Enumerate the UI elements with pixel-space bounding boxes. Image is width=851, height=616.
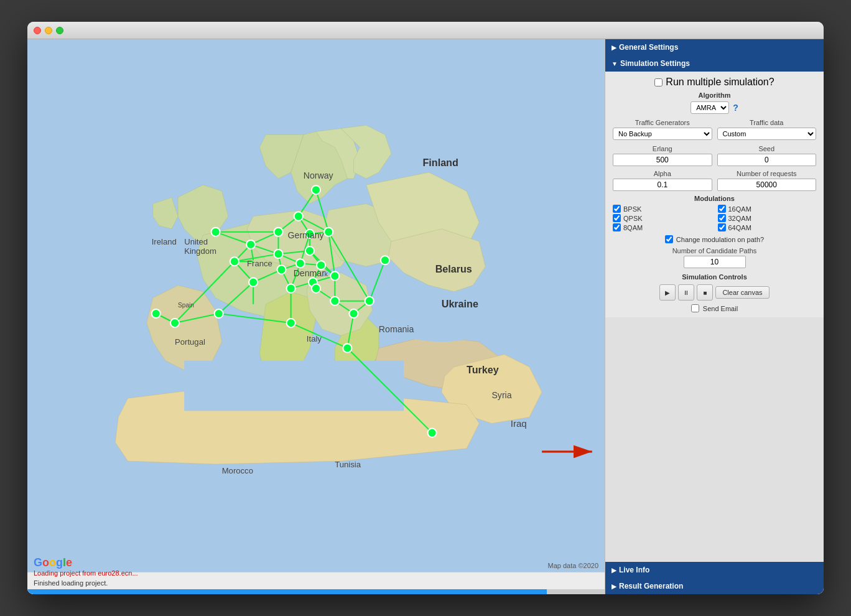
candidate-paths-input[interactable]: 10 [684, 256, 746, 268]
erlang-input[interactable]: 500 [613, 154, 712, 166]
svg-marker-18 [115, 386, 479, 464]
node-vienna [317, 261, 325, 269]
svg-line-26 [299, 217, 328, 232]
algorithm-select[interactable]: AMRA RSA RMSA [691, 101, 729, 114]
node-prague [305, 246, 314, 255]
mod-bpsk: BPSK [613, 205, 712, 213]
maximize-button[interactable] [56, 27, 63, 34]
simulation-settings-header[interactable]: ▼ Simulation Settings [605, 55, 824, 72]
node-berlin2 [274, 228, 282, 236]
help-button[interactable]: ? [733, 103, 738, 113]
svg-line-59 [313, 276, 335, 282]
svg-text:Morocco: Morocco [222, 466, 253, 475]
svg-line-34 [175, 261, 235, 323]
svg-line-27 [216, 232, 251, 245]
status-line1: Loading project from euro28.ecn... [34, 568, 138, 579]
google-o1: o [42, 556, 49, 569]
svg-line-50 [313, 265, 321, 282]
svg-marker-7 [147, 286, 222, 373]
mod-8qam-check[interactable] [613, 223, 621, 231]
node-paris [230, 257, 239, 266]
node-munich [296, 259, 305, 268]
svg-marker-13 [325, 203, 404, 266]
svg-line-70 [219, 282, 253, 314]
map-area[interactable]: Finland Norway Denmark United Kingdom Ir… [27, 39, 605, 594]
svg-line-30 [251, 245, 253, 260]
svg-text:Denmark: Denmark [294, 268, 328, 278]
node-budapest [330, 271, 339, 280]
stop-button[interactable]: ■ [697, 284, 713, 301]
mod-bpsk-check[interactable] [613, 205, 621, 213]
result-generation-label: Result Generation [619, 582, 683, 590]
live-info-header[interactable]: ▶ Live Info [605, 562, 824, 578]
result-generation-header[interactable]: ▶ Result Generation [605, 578, 824, 594]
traffic-lights [34, 27, 63, 34]
clear-canvas-button[interactable]: Clear canvas [715, 286, 769, 299]
svg-marker-8 [197, 223, 322, 317]
alpha-input[interactable]: 0.1 [613, 179, 712, 191]
change-mod-row: Change modulation on path? [613, 235, 816, 243]
google-g: G [34, 556, 42, 569]
svg-text:Norway: Norway [304, 170, 334, 180]
mod-qpsk-check[interactable] [613, 214, 621, 222]
node-belgrade [330, 297, 339, 306]
general-settings-header[interactable]: ▶ General Settings [605, 39, 824, 55]
mod-qpsk: QPSK [613, 214, 712, 222]
run-multiple-checkbox[interactable] [654, 78, 663, 86]
mod-16qam-check[interactable] [718, 205, 726, 213]
svg-marker-15 [388, 229, 485, 292]
status-line2: Finished loading project. [34, 578, 138, 589]
svg-line-41 [310, 232, 328, 234]
seed-input[interactable]: 0 [717, 154, 817, 166]
right-panel: ▶ General Settings ▼ Simulation Settings… [605, 39, 824, 594]
close-button[interactable] [34, 27, 41, 34]
traffic-data-label: Traffic data [750, 119, 783, 126]
svg-text:Germany: Germany [288, 230, 325, 240]
traffic-data-select[interactable]: Custom Default Random [717, 128, 817, 140]
progress-bar-fill [27, 589, 547, 594]
progress-bar-area [27, 589, 605, 594]
result-generation-arrow: ▶ [612, 583, 616, 590]
svg-line-51 [282, 263, 300, 269]
svg-point-20 [391, 304, 491, 342]
svg-line-58 [313, 282, 316, 289]
general-settings-arrow: ▶ [612, 44, 616, 51]
svg-line-25 [299, 217, 310, 234]
svg-line-67 [347, 348, 432, 432]
send-email-check[interactable] [691, 304, 699, 312]
pause-button[interactable]: ⏸ [678, 284, 694, 301]
num-requests-input[interactable]: 50000 [717, 179, 817, 191]
map-copyright: Map data ©2020 [548, 562, 599, 569]
title-bar [27, 22, 824, 39]
erlang-label: Erlang [653, 145, 672, 152]
node-berlin [305, 230, 314, 238]
svg-line-66 [370, 260, 385, 301]
change-mod-check[interactable] [665, 235, 673, 243]
node-stockholm [312, 185, 320, 194]
svg-text:Italy: Italy [307, 334, 322, 343]
copyright-text: Map data ©2020 [548, 562, 599, 569]
node-cyprus [428, 429, 437, 437]
svg-line-64 [354, 301, 370, 314]
google-e: e [66, 556, 72, 569]
svg-line-47 [310, 251, 335, 276]
num-requests-col: Number of requests 50000 [717, 170, 817, 191]
traffic-generators-select[interactable]: No Backup With Backup [613, 128, 712, 140]
svg-marker-2 [259, 134, 304, 179]
simulation-settings-arrow: ▼ [612, 60, 618, 67]
send-email-label: Send Email [703, 305, 738, 312]
mod-64qam-check[interactable] [718, 223, 726, 231]
mod-16qam: 16QAM [718, 205, 817, 213]
traffic-row: Traffic Generators No Backup With Backup… [613, 119, 816, 140]
svg-line-71 [175, 314, 219, 323]
svg-text:France: France [247, 259, 272, 268]
seed-label: Seed [758, 145, 774, 152]
node-bucharest [365, 297, 374, 306]
svg-line-49 [321, 265, 335, 276]
play-button[interactable]: ▶ [659, 284, 676, 301]
mod-32qam-check[interactable] [718, 214, 726, 222]
svg-line-54 [282, 269, 291, 288]
node-ljubljana [309, 278, 317, 286]
minimize-button[interactable] [45, 27, 52, 34]
svg-line-33 [235, 261, 253, 282]
